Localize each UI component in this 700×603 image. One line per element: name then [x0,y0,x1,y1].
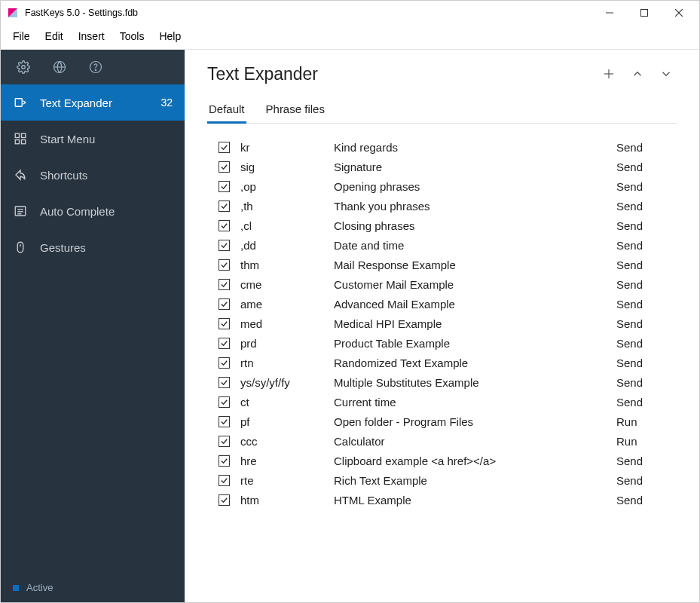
main-panel: Text Expander DefaultPhrase files krKind… [185,50,699,602]
grid-icon [13,132,28,145]
row-description: Signature [334,161,616,173]
row-type: Send [616,278,677,291]
expand-down-button[interactable] [656,63,677,84]
list-icon [13,204,28,218]
row-type: Send [616,259,677,271]
row-abbr: ame [240,298,334,311]
sidebar-item-label: Start Menu [40,133,173,145]
row-checkbox[interactable] [219,259,230,271]
row-checkbox[interactable] [219,240,230,251]
row-abbr: htm [240,494,334,507]
row-type: Send [616,357,677,369]
table-row[interactable]: rtnRandomized Text ExampleSend [207,353,677,372]
table-row[interactable]: thmMail Response ExampleSend [207,255,677,274]
close-button[interactable] [662,1,696,25]
row-checkbox[interactable] [219,475,230,486]
table-row[interactable]: medMedical HPI ExampleSend [207,314,677,333]
status-dot-icon [13,585,19,591]
add-button[interactable] [598,63,619,84]
row-description: Medical HPI Example [334,317,616,330]
svg-rect-2 [641,10,648,17]
mouse-icon [13,240,28,254]
table-row[interactable]: cccCalculatorRun [207,431,677,451]
row-checkbox[interactable] [219,279,230,290]
row-checkbox[interactable] [219,436,230,447]
row-checkbox[interactable] [219,416,230,427]
row-abbr: prd [240,337,334,350]
menubar: FileEditInsertToolsHelp [1,25,699,50]
table-row[interactable]: ,opOpening phrasesSend [207,176,677,196]
row-abbr: ccc [240,435,334,448]
maximize-button[interactable] [627,1,662,25]
row-type: Send [616,141,677,154]
row-description: Multiple Substitutes Example [334,376,616,389]
row-checkbox[interactable] [219,357,230,369]
settings-icon-button[interactable] [8,50,38,84]
tab-default[interactable]: Default [207,98,246,123]
row-type: Send [616,337,677,350]
row-description: Opening phrases [334,180,616,193]
row-checkbox[interactable] [219,181,230,192]
table-row[interactable]: ,ddDate and timeSend [207,235,677,255]
svg-rect-10 [15,99,22,107]
row-type: Run [616,415,677,428]
row-type: Send [616,494,677,507]
row-description: HTML Example [334,494,616,507]
table-row[interactable]: rteRich Text ExampleSend [207,470,677,490]
row-checkbox[interactable] [219,338,230,349]
table-row[interactable]: sigSignatureSend [207,157,677,176]
sidebar-item-text-expander[interactable]: Text Expander32 [1,84,185,121]
menu-edit[interactable]: Edit [38,28,71,44]
menu-file[interactable]: File [5,28,38,44]
row-checkbox[interactable] [219,396,230,408]
sidebar-item-gestures[interactable]: Gestures [1,229,185,265]
row-type: Send [616,474,677,487]
svg-point-5 [22,66,26,69]
table-row[interactable]: ,clClosing phrasesSend [207,216,677,235]
collapse-up-button[interactable] [627,63,648,84]
row-abbr: hre [240,455,334,467]
row-type: Send [616,200,677,213]
table-row[interactable]: htmHTML ExampleSend [207,490,677,510]
tab-phrase-files[interactable]: Phrase files [264,98,326,123]
row-type: Send [616,455,677,467]
share-icon [13,168,28,182]
table-row[interactable]: krKind regardsSend [207,137,677,157]
row-description: Thank you phrases [334,200,616,213]
row-checkbox[interactable] [219,220,230,231]
sidebar-toolbar [1,50,185,84]
sidebar-item-label: Gestures [40,241,173,254]
row-type: Send [616,376,677,389]
table-row[interactable]: hreClipboard example <a href></a>Send [207,451,677,470]
minimize-button[interactable] [592,1,627,25]
row-checkbox[interactable] [219,494,230,506]
row-checkbox[interactable] [219,318,230,329]
row-checkbox[interactable] [219,298,230,310]
globe-icon-button[interactable] [44,50,75,84]
table-row[interactable]: ameAdvanced Mail ExampleSend [207,294,677,314]
row-checkbox[interactable] [219,377,230,388]
row-description: Calculator [334,435,616,448]
table-row[interactable]: ys/sy/yf/fyMultiple Substitutes ExampleS… [207,372,677,392]
help-icon-button[interactable] [81,50,111,84]
row-description: Customer Mail Example [334,278,616,291]
menu-tools[interactable]: Tools [112,28,152,44]
sidebar-item-shortcuts[interactable]: Shortcuts [1,157,185,193]
table-row[interactable]: ,thThank you phrasesSend [207,196,677,216]
sidebar-item-label: Shortcuts [40,169,173,182]
menu-help[interactable]: Help [151,28,188,44]
table-row[interactable]: pfOpen folder - Program FilesRun [207,412,677,431]
sidebar-item-badge: 32 [160,96,173,109]
row-checkbox[interactable] [219,142,230,153]
sidebar-item-start-menu[interactable]: Start Menu [1,121,185,157]
row-description: Current time [334,396,616,409]
expander-table: krKind regardsSendsigSignatureSend,opOpe… [207,137,677,510]
table-row[interactable]: cmeCustomer Mail ExampleSend [207,274,677,294]
row-checkbox[interactable] [219,455,230,467]
sidebar-item-auto-complete[interactable]: Auto Complete [1,193,185,229]
menu-insert[interactable]: Insert [71,28,112,44]
row-checkbox[interactable] [219,200,230,212]
row-checkbox[interactable] [219,161,230,173]
table-row[interactable]: prdProduct Table ExampleSend [207,333,677,353]
table-row[interactable]: ctCurrent timeSend [207,392,677,412]
